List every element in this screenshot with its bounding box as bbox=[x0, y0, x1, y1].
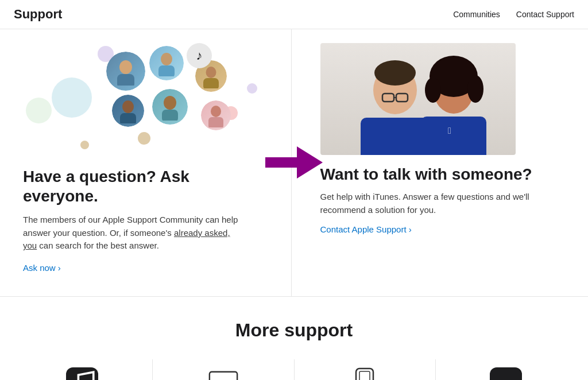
svg-point-17 bbox=[374, 60, 416, 86]
music-icon bbox=[64, 365, 100, 380]
svg-point-0 bbox=[119, 60, 132, 74]
people-illustration:   bbox=[320, 43, 516, 155]
tv-icon bbox=[205, 365, 242, 380]
contact-heading: Want to talk with someone? bbox=[320, 165, 566, 184]
avatar-cluster: ♪ bbox=[23, 43, 264, 158]
communities-heading: Have a question? Ask everyone. bbox=[23, 167, 268, 205]
header-nav: Communities Contact Support bbox=[453, 10, 574, 19]
svg-point-2 bbox=[161, 53, 172, 65]
svg-point-4 bbox=[122, 100, 134, 113]
site-logo: Support bbox=[14, 7, 62, 22]
ipod-icon bbox=[346, 365, 383, 380]
watch-support-item: Watch Movies & TV Shows › bbox=[153, 359, 294, 380]
svg-rect-12 bbox=[265, 157, 301, 168]
deco-circle-7 bbox=[80, 141, 89, 149]
svg-point-26 bbox=[425, 77, 441, 103]
svg-rect-7 bbox=[162, 110, 178, 121]
svg-rect-3 bbox=[158, 65, 175, 76]
svg-rect-35 bbox=[356, 369, 373, 380]
deco-circle-2 bbox=[26, 98, 52, 123]
svg-rect-5 bbox=[120, 113, 136, 123]
music-support-item: Music Support › bbox=[11, 359, 153, 380]
svg-rect-1 bbox=[117, 74, 134, 86]
deco-circle-1 bbox=[52, 77, 92, 118]
ipod-support-item: iPod Support › bbox=[295, 359, 436, 380]
svg-point-27 bbox=[467, 75, 483, 103]
svg-rect-31 bbox=[210, 371, 237, 380]
contact-body: Get help with iTunes. Answer a few quest… bbox=[320, 191, 539, 216]
contact-apple-support-link[interactable]: Contact Apple Support › bbox=[320, 224, 412, 234]
communities-panel: ♪ Have a question? Ask everyone. The mem… bbox=[0, 29, 292, 296]
communities-link[interactable]: Communities bbox=[453, 10, 500, 19]
svg-point-10 bbox=[211, 106, 221, 117]
svg-point-6 bbox=[164, 96, 176, 110]
more-support-heading: More support bbox=[11, 320, 577, 341]
contact-support-link[interactable]: Contact Support bbox=[516, 10, 574, 19]
more-support-section: More support Music Support › bbox=[0, 296, 588, 380]
communities-body: The members of our Apple Support Communi… bbox=[23, 214, 241, 253]
svg-rect-22 bbox=[361, 118, 430, 155]
svg-rect-28 bbox=[421, 117, 486, 155]
svg-text::  bbox=[448, 126, 451, 135]
svg-point-8 bbox=[206, 67, 216, 78]
header: Support Communities Contact Support bbox=[0, 0, 588, 29]
avatar-6 bbox=[201, 100, 231, 130]
avatar-3 bbox=[112, 95, 144, 127]
support-grid: Music Support › Watch Movies & TV Shows … bbox=[11, 359, 577, 380]
deco-circle-5 bbox=[247, 83, 257, 94]
svg-rect-9 bbox=[203, 78, 219, 88]
appletv-icon: tv bbox=[488, 365, 524, 380]
svg-rect-36 bbox=[359, 371, 370, 380]
ask-now-link[interactable]: Ask now › bbox=[23, 263, 61, 273]
avatar-4 bbox=[152, 89, 188, 125]
avatar-1 bbox=[106, 52, 145, 91]
music-note-bubble: ♪ bbox=[187, 43, 212, 68]
svg-rect-11 bbox=[208, 117, 223, 127]
avatar-2 bbox=[149, 46, 184, 80]
contact-panel:   Want to talk with someone? Get help … bbox=[292, 29, 589, 296]
deco-circle-4 bbox=[138, 132, 150, 145]
svg-marker-13 bbox=[297, 146, 323, 179]
arrow-icon bbox=[265, 146, 323, 179]
appletv-support-item: tv Apple TV Support › bbox=[436, 359, 577, 380]
main-content: ♪ Have a question? Ask everyone. The mem… bbox=[0, 29, 588, 296]
